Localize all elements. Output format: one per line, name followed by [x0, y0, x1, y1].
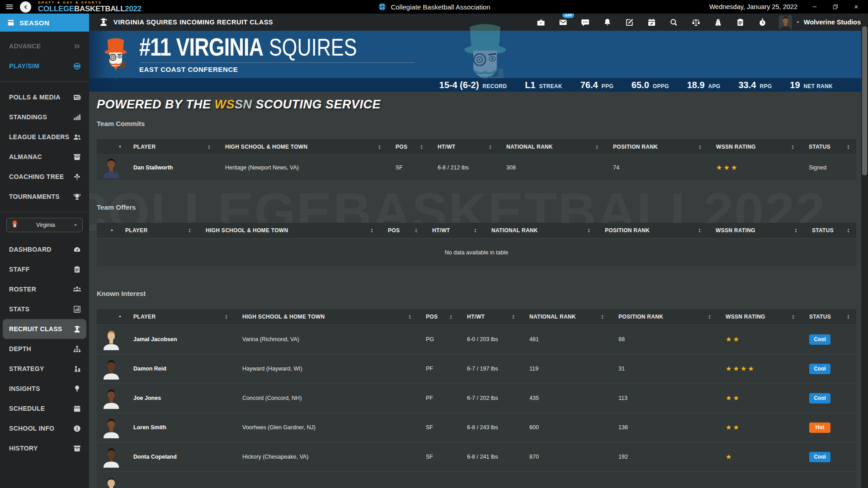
- toolbar-road-button[interactable]: [712, 16, 724, 28]
- scrollbar-thumb[interactable]: [862, 26, 867, 175]
- status-button-cool[interactable]: Cool: [809, 364, 830, 374]
- sidebar-item-schedule[interactable]: SCHEDULE: [0, 399, 89, 418]
- toolbar-briefcase-button[interactable]: [535, 16, 547, 28]
- header-cell[interactable]: WSSN RATING: [708, 139, 801, 155]
- sidebar-item-league-leaders[interactable]: LEAGUE LEADERS: [0, 127, 89, 147]
- team-select[interactable]: Virginia: [6, 218, 83, 232]
- header-cell[interactable]: HIGH SCHOOL & HOME TOWN: [198, 223, 380, 238]
- sidebar-item-label: HISTORY: [9, 445, 38, 452]
- sidebar-item-history[interactable]: HISTORY: [0, 438, 89, 458]
- header-cell[interactable]: HT/WT: [429, 139, 498, 155]
- sidebar-item-depth[interactable]: DEPTH: [0, 339, 89, 359]
- section-known-interest: Known InterestPLAYERHIGH SCHOOL & HOME T…: [97, 290, 856, 488]
- toolbar-calendar-check-button[interactable]: [646, 16, 658, 28]
- sidebar-item-coaching-tree[interactable]: COACHING TREE: [0, 167, 89, 187]
- header-cell[interactable]: HT/WT: [424, 223, 483, 238]
- cell-position-rank: 113: [610, 395, 717, 401]
- header-cell[interactable]: STATUS: [804, 223, 856, 238]
- table-row[interactable]: Donta CopelandHickory (Chesapeake, VA)SF…: [97, 442, 856, 471]
- header-cell[interactable]: PLAYER: [125, 309, 234, 324]
- archive-box-icon: [73, 444, 81, 453]
- column-label: HT/WT: [438, 144, 456, 150]
- sidebar-item-label: POLLS & MEDIA: [9, 94, 61, 101]
- header-cell-expand[interactable]: [97, 223, 117, 238]
- close-button[interactable]: [853, 3, 860, 10]
- sidebar-item-play-sim[interactable]: PLAY/SIM: [0, 56, 89, 76]
- toolbar-scales-button[interactable]: [690, 16, 702, 28]
- sidebar-item-roster[interactable]: ROSTER: [0, 279, 89, 299]
- cell-national-rank: 435: [521, 395, 610, 401]
- table-row[interactable]: Joe JonesConcord (Concord, NH)PF6-7 / 20…: [97, 383, 856, 413]
- header-cell[interactable]: POS: [380, 223, 424, 238]
- minimize-button[interactable]: [811, 3, 818, 10]
- calendar-icon: [7, 19, 15, 27]
- powered-by-headline: POWERED BY THE WSSN SCOUTING SERVICE: [97, 98, 856, 112]
- gauge-icon: [73, 245, 81, 254]
- header-cell[interactable]: NATIONAL RANK: [483, 223, 597, 238]
- hamburger-menu-button[interactable]: [4, 1, 15, 12]
- status-button-cool[interactable]: Cool: [809, 452, 830, 462]
- toolbar-compose-button[interactable]: [624, 16, 636, 28]
- stat-label: STREAK: [539, 83, 562, 89]
- chart-box-icon: [73, 305, 81, 314]
- header-cell[interactable]: WSSN RATING: [708, 223, 804, 238]
- user-menu[interactable]: Wolverine Studios: [779, 15, 861, 29]
- toolbar-bell-button[interactable]: [602, 16, 613, 28]
- tree-icon: [73, 173, 81, 181]
- table-row[interactable]: Dan StallworthHeritage (Newport News, VA…: [97, 155, 856, 180]
- window-scrollbar[interactable]: [861, 14, 868, 488]
- sidebar-item-school-info[interactable]: SCHOOL INFO: [0, 418, 89, 438]
- status-button-hot[interactable]: Hot: [809, 422, 830, 433]
- restore-button[interactable]: [832, 3, 839, 10]
- sidebar-item-strategy[interactable]: STRATEGY: [0, 359, 89, 379]
- column-label: WSSN RATING: [726, 314, 765, 320]
- sidebar-item-tournaments[interactable]: TOURNAMENTS: [0, 187, 89, 206]
- status-button-cool[interactable]: Cool: [809, 393, 830, 404]
- status-button-cool[interactable]: Cool: [809, 334, 830, 345]
- header-cell[interactable]: HIGH SCHOOL & HOME TOWN: [234, 309, 418, 324]
- header-cell[interactable]: STATUS: [801, 139, 856, 155]
- recruit-table: PLAYERHIGH SCHOOL & HOME TOWNPOSHT/WTNAT…: [97, 139, 856, 180]
- header-cell[interactable]: PLAYER: [117, 223, 198, 238]
- player-portrait: [102, 446, 120, 468]
- header-cell[interactable]: STATUS: [801, 309, 856, 324]
- sidebar-item-insights[interactable]: INSIGHTS: [0, 379, 89, 399]
- sidebar-item-almanac[interactable]: ALMANAC: [0, 147, 89, 167]
- header-cell[interactable]: WSSN RATING: [717, 309, 801, 324]
- column-label: HT/WT: [432, 227, 450, 234]
- sidebar-season-header[interactable]: SEASON: [0, 14, 89, 32]
- header-cell[interactable]: NATIONAL RANK: [521, 309, 610, 324]
- header-cell[interactable]: POS: [387, 139, 429, 155]
- sidebar-item-polls-media[interactable]: POLLS & MEDIA: [0, 87, 89, 107]
- team-mascot-logo: [101, 33, 130, 84]
- cell-player: Loren Smith: [125, 424, 234, 431]
- header-cell[interactable]: POSITION RANK: [597, 223, 708, 238]
- header-cell-expand[interactable]: [97, 309, 125, 324]
- header-cell[interactable]: POSITION RANK: [605, 139, 708, 155]
- toolbar-clipboard-button[interactable]: [735, 16, 746, 28]
- sidebar-item-dashboard[interactable]: DASHBOARD: [0, 239, 89, 259]
- header-cell[interactable]: NATIONAL RANK: [498, 139, 605, 155]
- header-cell[interactable]: PLAYER: [125, 139, 217, 155]
- header-cell[interactable]: HIGH SCHOOL & HOME TOWN: [217, 139, 387, 155]
- table-row[interactable]: Damon ReidHayward (Hayward, WI)PF6-7 / 1…: [97, 354, 856, 383]
- sidebar-item-label: INSIGHTS: [9, 385, 40, 392]
- header-cell-expand[interactable]: [97, 139, 125, 155]
- header-cell[interactable]: HT/WT: [459, 309, 521, 324]
- header-cell[interactable]: POS: [418, 309, 459, 324]
- table-row[interactable]: Loren SmithVoorhees (Glen Gardner, NJ)SF…: [97, 413, 856, 442]
- sidebar-item-standings[interactable]: STANDINGS: [0, 107, 89, 127]
- sidebar-item-stats[interactable]: STATS: [0, 299, 89, 319]
- sidebar-item-advance[interactable]: ADVANCE: [0, 36, 89, 56]
- back-button[interactable]: [20, 1, 31, 13]
- table-row[interactable]: [97, 471, 856, 488]
- sidebar-item-staff[interactable]: STAFF: [0, 259, 89, 279]
- toolbar-chat-button[interactable]: [580, 16, 591, 28]
- header-cell[interactable]: POSITION RANK: [610, 309, 717, 324]
- table-row[interactable]: Jamal JacobsenVarina (Richmond, VA)PG6-0…: [97, 324, 856, 354]
- sidebar-item-recruit-class[interactable]: RECRUIT CLASS: [3, 319, 86, 339]
- toolbar-stopwatch-button[interactable]: [757, 16, 769, 28]
- season-label: SEASON: [19, 19, 49, 27]
- toolbar-mail-button[interactable]: 110: [557, 16, 569, 28]
- toolbar-search-button[interactable]: [668, 16, 680, 28]
